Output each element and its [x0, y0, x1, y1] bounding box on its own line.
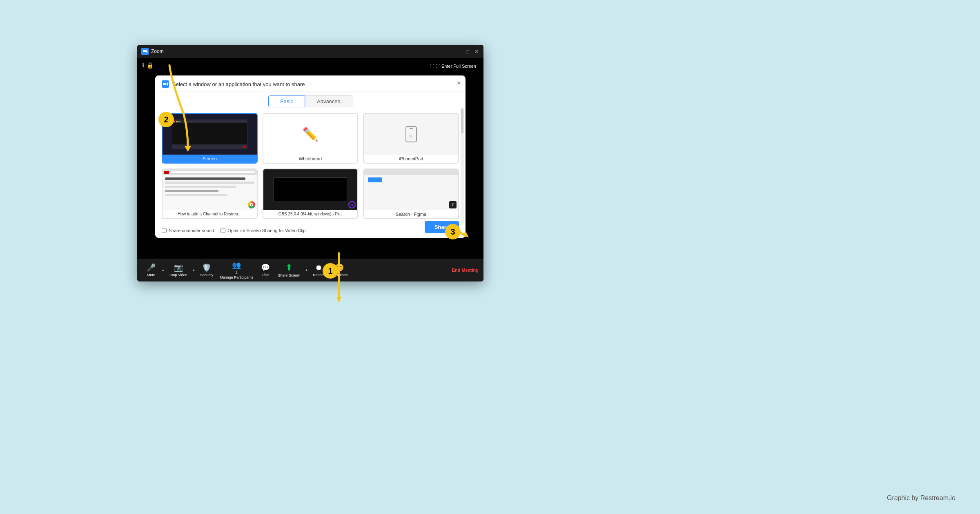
- sound-checkbox-label: Share computer sound: [169, 228, 214, 233]
- chat-icon: 💬: [261, 263, 270, 272]
- zoom-window: Zoom — □ ✕ ℹ 🔒 ⛶ ⛶ Enter Full Screen 🎤 M…: [137, 45, 483, 281]
- fullscreen-button[interactable]: ⛶ ⛶ Enter Full Screen: [426, 62, 479, 70]
- badge-2: 2: [158, 112, 174, 127]
- dialog-logo: [162, 80, 169, 88]
- obs-label: OBS 25.0.4 (64-bit, windows) - Pr...: [263, 210, 358, 218]
- end-meeting-button[interactable]: End Meeting: [452, 268, 479, 273]
- mute-icon: 🎤: [147, 263, 156, 272]
- top-left-controls: ℹ 🔒: [142, 62, 154, 69]
- share-screen-icon: ⬆: [285, 263, 292, 273]
- obs-logo: ●: [348, 201, 356, 208]
- zoom-logo: [141, 48, 149, 55]
- chrome-icon: [248, 201, 255, 208]
- dialog-header: Select a window or an application that y…: [155, 75, 466, 91]
- dialog-footer: Share computer sound Optimize Screen Sha…: [155, 225, 466, 238]
- whiteboard-icon: ✏️: [302, 126, 318, 142]
- sound-checkbox-input[interactable]: [162, 228, 167, 233]
- figma-logo: F: [449, 201, 457, 208]
- participants-badge: 1: [236, 270, 238, 275]
- optimize-checkbox-input[interactable]: [220, 228, 225, 233]
- grid-item-screen[interactable]: Screen: [162, 113, 258, 164]
- optimize-checkbox-label: Optimize Screen Sharing for Video Clip: [227, 228, 305, 233]
- iphone-thumbnail: ▷: [364, 114, 458, 155]
- grid-item-web[interactable]: How to add a Channel to Restrea...: [162, 168, 258, 219]
- stop-video-label: Stop Video: [169, 273, 187, 277]
- window-title: Zoom: [151, 49, 164, 54]
- share-grid: Screen ✏️ Whiteboard ▷ iPhone/iP: [155, 107, 466, 225]
- fullscreen-icon: ⛶: [430, 64, 434, 69]
- participants-icon: 👥: [232, 261, 241, 270]
- grid-item-figma[interactable]: F Search - Figma: [363, 168, 459, 219]
- watermark: Graphic by Restream.io: [887, 494, 956, 502]
- chat-label: Chat: [262, 273, 270, 277]
- mute-chevron[interactable]: ▲: [160, 268, 166, 272]
- badge-3-number: 3: [450, 227, 455, 237]
- screen-label: Screen: [163, 155, 257, 163]
- video-chevron[interactable]: ▲: [191, 268, 197, 272]
- grid-item-whiteboard[interactable]: ✏️ Whiteboard: [263, 113, 359, 164]
- badge-1-number: 1: [328, 266, 332, 276]
- security-icon: 🛡️: [202, 263, 211, 272]
- web-thumbnail: [163, 169, 257, 210]
- maximize-button[interactable]: □: [465, 49, 470, 54]
- sound-checkbox[interactable]: Share computer sound: [162, 228, 214, 233]
- badge-1: 1: [323, 263, 338, 279]
- share-chevron[interactable]: ▲: [303, 268, 310, 272]
- share-screen-button[interactable]: ⬆ Share Screen: [274, 259, 303, 281]
- tab-basic[interactable]: Basic: [268, 95, 305, 107]
- info-icon[interactable]: ℹ: [142, 62, 144, 69]
- participants-button[interactable]: 👥 1 Manage Participants: [216, 259, 256, 281]
- mute-button[interactable]: 🎤 Mute: [142, 259, 160, 281]
- screen-thumbnail: [163, 114, 257, 155]
- minimize-button[interactable]: —: [456, 49, 461, 54]
- scrollbar[interactable]: [461, 107, 464, 225]
- dialog-title: Select a window or an application that y…: [172, 81, 305, 87]
- video-icon: 📷: [174, 263, 183, 272]
- grid-item-iphone[interactable]: ▷ iPhone/iPad: [363, 113, 459, 164]
- record-icon: ⏺: [315, 264, 323, 272]
- whiteboard-label: Whiteboard: [263, 155, 358, 163]
- iphone-label: iPhone/iPad: [364, 155, 458, 163]
- figma-label: Search - Figma: [364, 210, 458, 218]
- close-button[interactable]: ✕: [474, 49, 479, 54]
- figma-thumbnail: F: [364, 169, 458, 210]
- title-bar: Zoom — □ ✕: [137, 45, 483, 58]
- phone-icon: ▷: [405, 126, 417, 142]
- svg-marker-0: [336, 297, 341, 303]
- badge-3: 3: [445, 224, 461, 239]
- window-controls[interactable]: — □ ✕: [456, 49, 479, 54]
- tab-advanced[interactable]: Advanced: [305, 95, 352, 107]
- chat-button[interactable]: 💬 Chat: [256, 259, 274, 281]
- dialog-tabs: Basic Advanced: [155, 91, 466, 107]
- optimize-checkbox[interactable]: Optimize Screen Sharing for Video Clip: [220, 228, 305, 233]
- whiteboard-thumbnail: ✏️: [263, 114, 358, 155]
- grid-item-obs[interactable]: ● OBS 25.0.4 (64-bit, windows) - Pr...: [263, 168, 359, 219]
- meeting-toolbar: 🎤 Mute ▲ 📷 Stop Video ▲ 🛡️ Security 👥 1 …: [137, 259, 483, 281]
- web-label: How to add a Channel to Restrea...: [163, 210, 257, 218]
- share-dialog: Select a window or an application that y…: [155, 75, 466, 238]
- mute-label: Mute: [147, 273, 155, 277]
- stop-video-button[interactable]: 📷 Stop Video: [166, 259, 191, 281]
- security-label: Security: [200, 273, 214, 277]
- badge-2-number: 2: [164, 115, 168, 124]
- lock-icon[interactable]: 🔒: [147, 62, 154, 69]
- share-screen-label: Share Screen: [278, 273, 300, 277]
- fullscreen-label: ⛶ Enter Full Screen: [436, 64, 476, 69]
- dialog-close-button[interactable]: ×: [457, 80, 461, 87]
- obs-thumbnail: ●: [263, 169, 358, 210]
- participants-label: Manage Participants: [220, 275, 253, 279]
- security-button[interactable]: 🛡️ Security: [197, 259, 217, 281]
